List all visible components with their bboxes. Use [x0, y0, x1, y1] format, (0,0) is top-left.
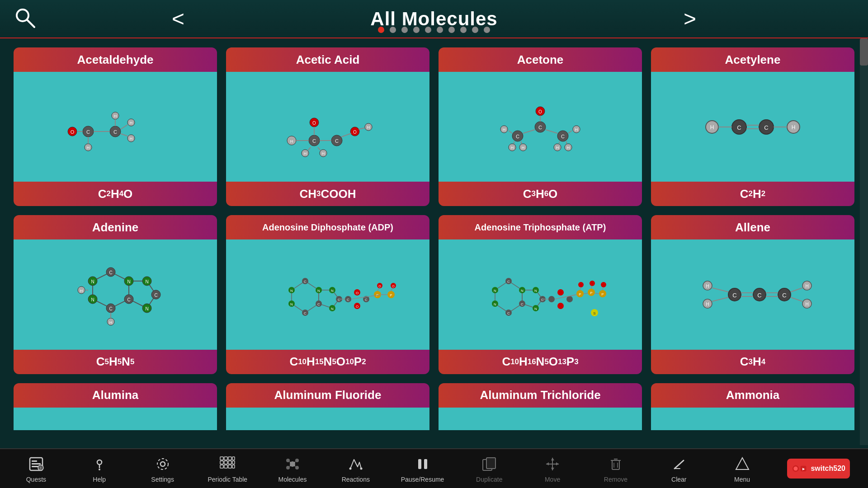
svg-point-244	[295, 466, 299, 469]
search-icon[interactable]	[14, 6, 37, 32]
card-title: Adenine	[14, 215, 217, 239]
svg-text:H: H	[556, 145, 559, 150]
card-visual	[226, 408, 429, 430]
molecule-card-adenine[interactable]: Adenine N C N C N C N C	[14, 215, 217, 374]
quests-icon: !	[26, 454, 46, 474]
card-visual: C O C H H H H	[14, 72, 217, 182]
dot-1[interactable]	[378, 27, 384, 33]
next-page-button[interactable]: >	[684, 8, 696, 30]
toolbar-settings[interactable]: Settings	[145, 454, 181, 483]
toolbar-reactions[interactable]: Reactions	[338, 454, 374, 483]
svg-marker-153	[495, 281, 522, 313]
svg-text:N: N	[317, 289, 320, 293]
molecule-card-acetic-acid[interactable]: Acetic Acid C O C H H H O H	[226, 47, 429, 206]
card-title: Aluminum Trichloride	[439, 383, 642, 408]
molecule-card-adp[interactable]: Adenosine Diphosphate (ADP) N C N C N C …	[226, 215, 429, 374]
svg-text:C: C	[507, 280, 510, 284]
svg-text:C: C	[507, 311, 510, 315]
molecule-card-atp[interactable]: Adenosine Triphosphate (ATP) N C N C N C…	[439, 215, 642, 374]
svg-marker-264	[556, 463, 559, 465]
toolbar-pause-resume[interactable]: Pause/Resume	[401, 454, 444, 483]
toolbar-duplicate[interactable]: Duplicate	[471, 454, 507, 483]
toolbar-periodic-table[interactable]: Periodic Table	[208, 454, 247, 483]
molecule-card-acetone[interactable]: Acetone C O C C H H H H	[439, 47, 642, 206]
svg-rect-228	[220, 457, 223, 460]
toolbar-quests[interactable]: ! Quests	[18, 454, 54, 483]
molecule-card-ammonia[interactable]: Ammonia	[651, 383, 854, 441]
toolbar-clear[interactable]: Clear	[661, 454, 697, 483]
dot-8[interactable]	[460, 27, 467, 33]
svg-rect-265	[612, 460, 619, 469]
svg-text:H: H	[87, 145, 90, 150]
remove-icon	[606, 454, 626, 474]
dot-5[interactable]	[425, 27, 431, 33]
svg-text:C: C	[86, 129, 90, 135]
svg-text:O: O	[71, 129, 75, 135]
card-visual: C O C H H H O H	[226, 72, 429, 182]
svg-text:C: C	[109, 306, 112, 311]
toolbar-menu[interactable]: Menu	[724, 454, 760, 483]
svg-text:!: !	[40, 466, 42, 470]
card-title: Acetylene	[651, 47, 854, 72]
svg-text:O: O	[353, 130, 357, 135]
svg-text:P: P	[390, 293, 392, 297]
svg-rect-239	[232, 465, 235, 468]
card-title: Acetaldehyde	[14, 47, 217, 72]
svg-text:C: C	[154, 293, 157, 298]
svg-text:N: N	[290, 302, 293, 306]
toolbar-help[interactable]: Help	[81, 454, 118, 483]
dot-3[interactable]	[401, 27, 408, 33]
dot-6[interactable]	[437, 27, 443, 33]
svg-line-19	[121, 125, 127, 129]
dot-2[interactable]	[390, 27, 396, 33]
molecule-card-aluminum-fluoride[interactable]: Aluminum Fluoride	[226, 383, 429, 441]
svg-line-1	[27, 20, 34, 27]
svg-text:O: O	[312, 121, 316, 126]
scrollbar-thumb[interactable]	[860, 38, 868, 66]
molecule-card-acetylene[interactable]: Acetylene H C C H C2H2	[651, 47, 854, 206]
reactions-label: Reactions	[342, 476, 370, 483]
svg-text:C: C	[304, 280, 307, 284]
svg-rect-229	[224, 457, 227, 460]
card-formula: C3H4	[651, 350, 854, 374]
pagination	[378, 27, 490, 33]
svg-line-42	[318, 147, 321, 150]
menu-label: Menu	[734, 476, 750, 483]
pause-resume-label: Pause/Resume	[401, 476, 444, 483]
svg-text:C: C	[764, 124, 768, 131]
svg-text:C: C	[113, 129, 117, 135]
dot-4[interactable]	[413, 27, 420, 33]
svg-text:H: H	[710, 124, 714, 131]
svg-text:C: C	[317, 302, 320, 306]
molecule-card-alumina[interactable]: Alumina	[14, 383, 217, 441]
svg-text:N: N	[290, 289, 293, 293]
pause-resume-icon	[413, 454, 433, 474]
help-icon	[90, 454, 109, 474]
toolbar-remove[interactable]: Remove	[598, 454, 634, 483]
svg-point-250	[360, 468, 362, 470]
svg-text:P: P	[601, 292, 604, 296]
svg-line-216	[791, 297, 802, 301]
svg-text:C: C	[365, 298, 368, 302]
svg-point-249	[349, 468, 351, 470]
svg-text:N: N	[494, 289, 496, 293]
card-visual: C O C C H H H H H H	[439, 72, 642, 182]
svg-point-176	[566, 296, 573, 302]
molecule-card-allene[interactable]: Allene H H C C C H H	[651, 215, 854, 374]
prev-page-button[interactable]: <	[172, 8, 184, 30]
toolbar-move[interactable]: Move	[534, 454, 571, 483]
svg-line-270	[675, 460, 684, 469]
scrollbar[interactable]	[860, 38, 868, 445]
molecule-card-acetaldehyde[interactable]: Acetaldehyde C O C H H H H	[14, 47, 217, 206]
svg-rect-230	[228, 457, 231, 460]
dot-10[interactable]	[484, 27, 490, 33]
svg-line-55	[546, 130, 557, 133]
svg-text:H: H	[322, 151, 325, 156]
dot-9[interactable]	[472, 27, 478, 33]
dot-7[interactable]	[448, 27, 455, 33]
toolbar-molecules[interactable]: Molecules	[274, 454, 311, 483]
card-formula: C2H4O	[14, 182, 217, 206]
molecule-card-aluminum-trichloride[interactable]: Aluminum Trichloride	[439, 383, 642, 441]
svg-rect-218	[32, 460, 37, 462]
svg-text:C: C	[757, 292, 761, 299]
